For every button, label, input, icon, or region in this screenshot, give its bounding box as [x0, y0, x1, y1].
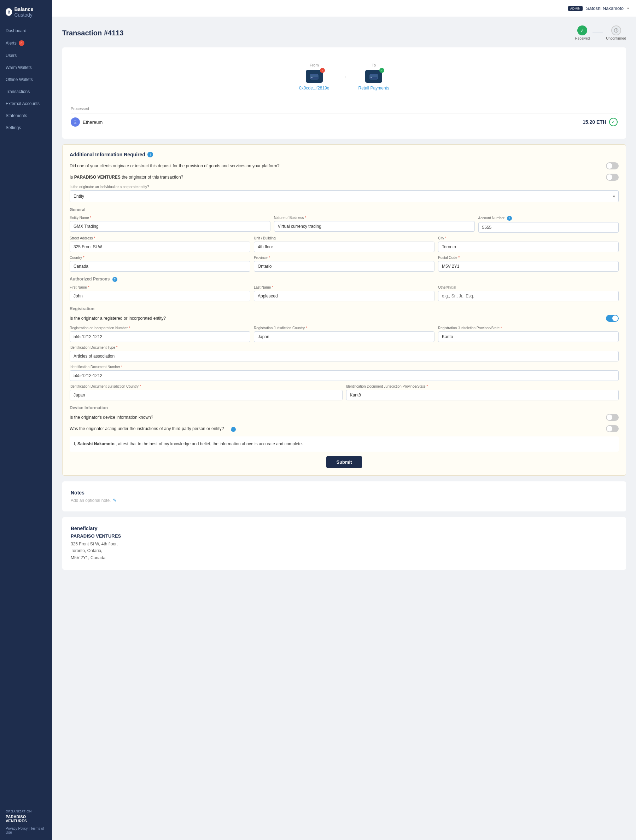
id-doc-type-label: Identification Document Type *: [70, 346, 619, 349]
sidebar-item-transactions[interactable]: Transactions: [0, 85, 52, 98]
from-label: From: [310, 63, 319, 67]
third-party-toggle[interactable]: [606, 425, 619, 432]
processed-amount: 15.20 ETH: [582, 119, 606, 125]
is-registered-toggle[interactable]: [606, 315, 619, 322]
q2-text: Is PARADISO VENTURES the originator of t…: [70, 174, 606, 180]
postal-input[interactable]: [438, 261, 619, 272]
svg-rect-5: [370, 75, 378, 77]
id-doc-province-label: Identification Document Jurisdiction Pro…: [346, 384, 619, 388]
q2-toggle[interactable]: [606, 174, 619, 181]
sidebar-item-settings[interactable]: Settings: [0, 122, 52, 134]
attest-name: Satoshi Nakamoto: [77, 441, 115, 446]
account-help-icon: ?: [507, 216, 512, 221]
form-title-text: Additional Information Required: [70, 152, 145, 157]
q1-toggle[interactable]: [606, 162, 619, 169]
first-name-input[interactable]: [70, 291, 250, 302]
notes-edit-icon[interactable]: ✎: [113, 497, 116, 503]
id-doc-number-input[interactable]: [70, 370, 619, 381]
nature-input[interactable]: [274, 221, 475, 232]
last-name-input[interactable]: [254, 291, 434, 302]
step-unconfirmed-icon: [611, 25, 621, 35]
sidebar-item-external-accounts[interactable]: External Accounts: [0, 98, 52, 110]
q2-suffix: the originator of this transaction?: [121, 175, 187, 180]
from-wallet-icon: !: [306, 70, 323, 83]
reg-country-group: Registration Jurisdiction Country *: [254, 326, 434, 342]
first-name-label: First Name *: [70, 286, 250, 289]
city-label: City *: [438, 236, 619, 240]
province-group: Province *: [254, 256, 434, 272]
step-unconfirmed: Unconfirmed: [606, 25, 626, 40]
first-name-group: First Name *: [70, 286, 250, 302]
to-address[interactable]: Retail Payments: [359, 85, 389, 90]
id-doc-type-input[interactable]: [70, 351, 619, 362]
id-doc-country-input[interactable]: [70, 390, 343, 400]
device-text: Is the originator's device information k…: [70, 414, 606, 420]
sidebar-item-statements[interactable]: Statements: [0, 110, 52, 122]
unit-input[interactable]: [254, 242, 434, 252]
user-menu-chevron[interactable]: ▾: [627, 6, 629, 10]
id-doc-number-group: Identification Document Number *: [70, 365, 619, 381]
notes-section: Notes Add an optional note. ✎: [62, 482, 626, 512]
account-group: Account Number ?: [478, 216, 619, 233]
from-address[interactable]: 0x0cde...f2819e: [299, 85, 329, 90]
sidebar-item-users[interactable]: Users: [0, 49, 52, 62]
q1-row: Did one of your clients originate or ins…: [70, 162, 619, 169]
submit-button[interactable]: Submit: [326, 456, 362, 468]
attest-pre: I,: [74, 441, 76, 446]
svg-rect-2: [310, 75, 318, 77]
other-label: Other/Initial: [438, 286, 619, 289]
id-doc-province-group: Identification Document Jurisdiction Pro…: [346, 384, 619, 400]
originator-select[interactable]: Entity Individual: [70, 190, 619, 202]
q2-entity: PARADISO VENTURES: [74, 175, 121, 180]
city-input[interactable]: [438, 242, 619, 252]
sidebar-item-dashboard[interactable]: Dashboard: [0, 25, 52, 37]
id-doc-type-group: Identification Document Type *: [70, 346, 619, 362]
reg-number-input[interactable]: [70, 332, 250, 342]
transfer-to: To ✓ Retail Payments: [359, 63, 389, 90]
street-input[interactable]: [70, 242, 250, 252]
sidebar-item-warm-wallets[interactable]: Warm Wallets: [0, 62, 52, 74]
country-input[interactable]: [70, 261, 250, 272]
transaction-title: Transaction #4113: [62, 29, 123, 37]
row-entity-name: Entity Name * Nature of Business * Accou…: [70, 216, 619, 233]
device-toggle[interactable]: [606, 414, 619, 421]
originator-select-wrapper[interactable]: Entity Individual: [70, 190, 619, 202]
row-country: Country * Province * Postal Code *: [70, 256, 619, 272]
entity-name-input[interactable]: [70, 221, 271, 232]
transfer-row: From ! 0x0cde...f2819e → To: [71, 56, 618, 98]
notes-placeholder: Add an optional note.: [71, 498, 111, 503]
sidebar: B Balance Custody Dashboard Alerts 8 Use…: [0, 0, 52, 840]
transaction-header: Transaction #4113 ✓ Received Unconfirmed: [62, 25, 626, 40]
sidebar-item-alerts[interactable]: Alerts 8: [0, 37, 52, 49]
admin-badge: ADMIN: [568, 6, 582, 11]
id-doc-province-input[interactable]: [346, 390, 619, 400]
reg-country-input[interactable]: [254, 332, 434, 342]
svg-rect-6: [370, 77, 372, 78]
sidebar-label-settings: Settings: [6, 125, 21, 130]
privacy-policy-link[interactable]: Privacy Policy: [6, 827, 28, 831]
logo-balance: Balance: [14, 6, 33, 12]
account-input[interactable]: [478, 222, 619, 233]
sidebar-item-offline-wallets[interactable]: Offline Wallets: [0, 74, 52, 85]
sidebar-label-users: Users: [6, 53, 17, 58]
third-party-row: Was the originator acting under the inst…: [70, 425, 619, 432]
step-received: ✓ Received: [575, 25, 590, 40]
beneficiary-address-line2: Toronto, Ontario,: [71, 548, 618, 554]
q1-text: Did one of your clients originate or ins…: [70, 163, 606, 169]
is-registered-text: Is the originator a registered or incorp…: [70, 315, 606, 322]
attest-post: , attest that to the best of my knowledg…: [116, 441, 303, 446]
from-badge: !: [320, 68, 325, 73]
row-reg-number: Registration or Incorporation Number * R…: [70, 326, 619, 342]
action-btn-check[interactable]: ✓: [609, 118, 618, 126]
nature-label: Nature of Business *: [274, 216, 475, 219]
sidebar-label-external-accounts: External Accounts: [6, 101, 39, 106]
entity-name-label: Entity Name *: [70, 216, 271, 219]
reg-number-label: Registration or Incorporation Number *: [70, 326, 250, 330]
province-input[interactable]: [254, 261, 434, 272]
third-party-text: Was the originator acting under the inst…: [70, 425, 606, 432]
processed-row: Ξ Ethereum 15.20 ETH ✓: [71, 114, 618, 130]
reg-province-input[interactable]: [438, 332, 619, 342]
other-input[interactable]: [438, 291, 619, 302]
to-wallet-icon: ✓: [365, 70, 382, 83]
logo-icon: B: [6, 8, 12, 16]
